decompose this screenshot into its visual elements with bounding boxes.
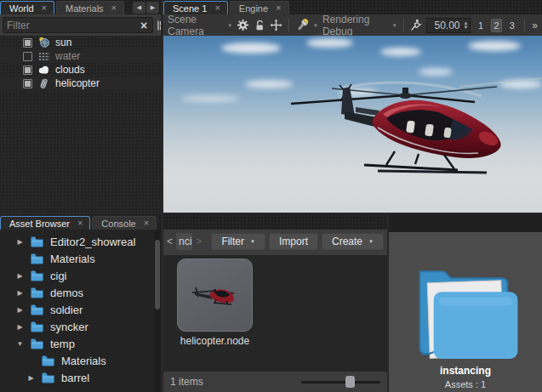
- collapsed-arrow-icon[interactable]: ▶: [27, 374, 35, 382]
- folder-tree-item-temp[interactable]: ▼temp: [0, 335, 154, 352]
- viewport-panel: Scene 1 × Engine × Scene Camera ▼: [163, 0, 542, 213]
- camera-lock-button[interactable]: [254, 18, 265, 32]
- world-node-helicopter[interactable]: helicopter: [0, 77, 161, 90]
- tab-console[interactable]: Console ×: [92, 216, 157, 230]
- flashlight-button[interactable]: [295, 18, 309, 32]
- node-enabled-checkbox[interactable]: [23, 52, 32, 61]
- collapsed-arrow-icon[interactable]: ▶: [16, 272, 24, 280]
- tab-scroll-left-button[interactable]: ◀: [133, 2, 145, 14]
- speed-preset-1-button[interactable]: 1: [475, 19, 486, 32]
- camera-settings-button[interactable]: [237, 18, 249, 32]
- folder-icon: [30, 321, 44, 332]
- world-filter-input[interactable]: [7, 20, 139, 31]
- folder-tree-item-barrel[interactable]: ▶barrel: [0, 369, 154, 386]
- folder-icon: [41, 355, 55, 366]
- tab-world[interactable]: World ×: [0, 1, 54, 14]
- tab-asset-browser[interactable]: Asset Browser ×: [0, 216, 90, 230]
- toolbar-overflow-icon[interactable]: »: [532, 20, 538, 31]
- asset-thumbnail-helicopter-node[interactable]: [177, 258, 253, 332]
- thumbnail-size-slider[interactable]: [301, 376, 380, 388]
- scene-viewport[interactable]: [163, 36, 542, 213]
- camera-move-button[interactable]: [270, 18, 282, 32]
- helicopter-3d-model: [163, 36, 542, 213]
- helicopter-thumbnail-image: [185, 278, 245, 312]
- collapse-hierarchy-button[interactable]: [156, 17, 161, 33]
- filter-dropdown-button[interactable]: Filter▼: [211, 233, 265, 250]
- sun-icon: [37, 37, 50, 49]
- tab-scroll-right-button[interactable]: ▶: [146, 2, 159, 14]
- open-folder-icon: [409, 254, 522, 361]
- asset-tree-scrollbar[interactable]: [154, 230, 161, 392]
- tab-engine[interactable]: Engine ×: [230, 1, 289, 14]
- history-back-button[interactable]: <: [167, 236, 173, 247]
- collapsed-arrow-icon[interactable]: ▶: [16, 289, 24, 297]
- slider-handle[interactable]: [345, 376, 355, 388]
- history-forward-button[interactable]: >: [196, 236, 202, 247]
- folder-tree-item-materials[interactable]: Materials: [0, 352, 154, 369]
- camera-select-value: Scene Camera: [168, 14, 222, 37]
- folder-name-label: demos: [50, 287, 83, 299]
- world-filter-box[interactable]: ×: [3, 17, 153, 33]
- folder-icon: [30, 270, 44, 281]
- slider-track[interactable]: [301, 381, 380, 383]
- node-enabled-checkbox[interactable]: [23, 79, 32, 88]
- world-node-water[interactable]: water: [0, 49, 161, 63]
- chevron-down-icon: ▼: [368, 239, 374, 244]
- move-icon: [270, 19, 282, 31]
- asset-browser-tabstrip: Asset Browser × Console ×: [0, 214, 161, 230]
- preview-folder-name: instancing: [440, 365, 491, 377]
- folder-icon: [30, 253, 44, 264]
- import-button-label: Import: [279, 236, 308, 247]
- folder-tree-item-materials[interactable]: Materials: [0, 250, 154, 267]
- folder-tree-item-editor2_showreal[interactable]: ▶Editor2_showreal: [0, 233, 154, 250]
- close-icon[interactable]: ×: [42, 3, 47, 13]
- preview-assets-count: Assets : 1: [445, 379, 486, 389]
- close-icon[interactable]: ×: [77, 219, 83, 228]
- import-button[interactable]: Import: [269, 233, 318, 250]
- asset-folder-tree: ▶Editor2_showrealMaterials▶cigi▶demos▶so…: [0, 230, 154, 392]
- collapsed-arrow-icon[interactable]: ▶: [16, 323, 24, 331]
- speed-preset-3-button[interactable]: 3: [506, 19, 517, 32]
- close-icon[interactable]: ×: [276, 3, 281, 13]
- clear-filter-icon[interactable]: ×: [139, 20, 149, 31]
- chevron-down-icon: ▼: [392, 23, 397, 28]
- chevron-down-icon: ▼: [227, 23, 232, 28]
- collapsed-arrow-icon[interactable]: ▶: [16, 238, 24, 246]
- node-enabled-checkbox[interactable]: [23, 38, 32, 48]
- close-icon[interactable]: ×: [111, 3, 117, 13]
- create-dropdown-button[interactable]: Create▼: [322, 233, 384, 250]
- collapsed-arrow-icon[interactable]: ▶: [16, 306, 24, 314]
- water-icon: [37, 50, 50, 63]
- folder-tree-item-cigi[interactable]: ▶cigi: [0, 267, 154, 284]
- node-enabled-checkbox[interactable]: [23, 65, 32, 75]
- camera-speed-button[interactable]: [409, 18, 422, 32]
- close-icon[interactable]: ×: [214, 3, 220, 13]
- folder-tree-item-soldier[interactable]: ▶soldier: [0, 301, 154, 318]
- toolbar-divider: [288, 19, 289, 32]
- cloud-icon: [37, 64, 50, 77]
- chevron-down-icon[interactable]: ▼: [313, 23, 318, 28]
- folder-tree-item-syncker[interactable]: ▶syncker: [0, 318, 154, 335]
- tab-materials[interactable]: Materials ×: [56, 1, 124, 14]
- asset-name-label: helicopter.node: [167, 335, 263, 347]
- speed-preset-2-button[interactable]: 2: [491, 19, 503, 32]
- folder-tree-item-demos[interactable]: ▶demos: [0, 284, 154, 301]
- folder-name-label: Materials: [61, 355, 106, 367]
- camera-speed-spinner[interactable]: 50.00 ▲ ▼: [426, 18, 471, 33]
- scrollbar-thumb[interactable]: [155, 240, 160, 310]
- expanded-arrow-icon[interactable]: ▼: [16, 340, 24, 348]
- world-node-sun[interactable]: sun: [0, 36, 161, 49]
- breadcrumb[interactable]: ncing: [176, 233, 192, 250]
- rendering-debug-dropdown[interactable]: Rendering Debug▼: [322, 14, 397, 37]
- folder-icon: [30, 287, 44, 298]
- gear-icon: [237, 19, 249, 31]
- asset-browser-panel: Asset Browser × Console × ▶Editor2_showr…: [0, 214, 161, 392]
- asset-grid[interactable]: helicopter.node: [163, 255, 387, 372]
- world-node-clouds[interactable]: clouds: [0, 63, 161, 77]
- spin-down-icon[interactable]: ▼: [464, 26, 469, 30]
- hierarchy-icon: [156, 19, 161, 32]
- camera-select-dropdown[interactable]: Scene Camera ▼: [168, 14, 232, 37]
- close-icon[interactable]: ×: [144, 219, 149, 228]
- toolbar-divider: [403, 19, 404, 32]
- tab-console-label: Console: [101, 219, 135, 229]
